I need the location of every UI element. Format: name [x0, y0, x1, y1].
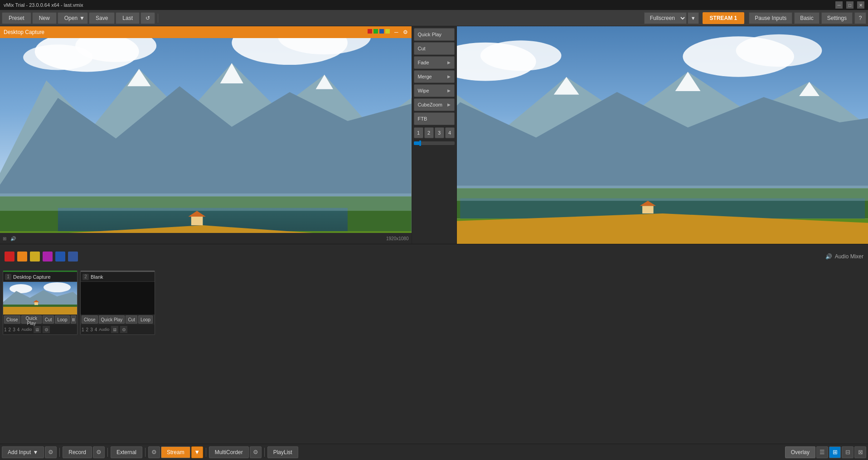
color-button-blue[interactable]: [55, 252, 65, 261]
quick-play-button[interactable]: Quick Play: [414, 28, 455, 41]
card-2-footer-3[interactable]: 3: [90, 327, 93, 332]
card-2-footer-1[interactable]: 1: [82, 327, 84, 332]
preview-header: Desktop Capture ─ ⚙: [0, 26, 412, 38]
wipe-button[interactable]: Wipe ▶: [414, 84, 455, 97]
grid-view-btn[interactable]: ⊞: [829, 446, 841, 458]
card-2-monitor-icon[interactable]: 🖥: [111, 326, 118, 333]
external-button[interactable]: External: [111, 446, 142, 458]
output-panel: Desktop Capture: [457, 26, 868, 244]
large-grid-view-btn[interactable]: ⊠: [854, 446, 866, 458]
preview-panel: Desktop Capture ─ ⚙: [0, 26, 412, 244]
overlay-button[interactable]: Overlay: [785, 446, 815, 458]
middle-section: 🔊 Audio Mixer: [0, 244, 868, 269]
merge-button[interactable]: Merge ▶: [414, 70, 455, 83]
card-2-number: 2: [82, 274, 89, 280]
card-1-loop-btn[interactable]: Loop: [55, 315, 69, 324]
card-2-header: 2 Blank: [81, 272, 155, 282]
cubezoom-arrow-icon: ▶: [447, 102, 451, 107]
new-button[interactable]: New: [32, 12, 57, 24]
card-2-footer-4[interactable]: 4: [95, 327, 97, 332]
bottom-toolbar: Add Input ▼ ⚙ Record ⚙ External ⚙ Stream…: [0, 444, 868, 460]
ftb-button[interactable]: FTB: [414, 112, 455, 125]
svg-point-3: [23, 44, 92, 70]
record-button[interactable]: Record: [63, 446, 92, 458]
trans-num-2[interactable]: 2: [424, 127, 434, 138]
bottom-separator-3: [145, 448, 145, 457]
card-1-title: Desktop Capture: [13, 274, 75, 280]
fade-button[interactable]: Fade ▶: [414, 56, 455, 69]
svg-marker-40: [3, 307, 77, 315]
card-1-footer-2[interactable]: 2: [9, 327, 11, 332]
fullscreen-arrow-btn[interactable]: ▼: [688, 12, 699, 24]
color-button-orange[interactable]: [17, 252, 27, 261]
preview-monitor-icon[interactable]: ⊞: [3, 236, 6, 241]
card-1-header: 1 Desktop Capture: [3, 272, 77, 282]
card-1-quickplay-btn[interactable]: Quick Play: [21, 315, 42, 324]
transition-slider-handle[interactable]: [419, 140, 421, 146]
card-1-close-btn[interactable]: Close: [4, 315, 20, 324]
card-1-settings-icon[interactable]: ⚙: [43, 326, 50, 333]
pause-inputs-button[interactable]: Pause Inputs: [749, 12, 792, 24]
stream1-button[interactable]: STREAM 1: [703, 12, 745, 24]
card-2-close-btn[interactable]: Close: [82, 315, 98, 324]
card-2-quickplay-btn[interactable]: Quick Play: [99, 315, 125, 324]
card-1-footer-3[interactable]: 3: [13, 327, 15, 332]
card-1-cut-btn[interactable]: Cut: [43, 315, 54, 324]
fade-arrow-icon: ▶: [447, 60, 451, 65]
last-button[interactable]: Last: [116, 12, 140, 24]
maximize-button[interactable]: □: [846, 1, 853, 9]
color-button-yellow[interactable]: [30, 252, 40, 261]
card-2-footer-2[interactable]: 2: [86, 327, 89, 332]
small-grid-view-btn[interactable]: ⊟: [842, 446, 853, 458]
settings-button[interactable]: Settings: [821, 12, 853, 24]
basic-button[interactable]: Basic: [794, 12, 819, 24]
help-button[interactable]: ?: [854, 12, 866, 24]
stream-settings-icon[interactable]: ⚙: [148, 446, 160, 458]
app-title: vMix Trial - 23.0.0.64 x64 - last.vmix: [4, 2, 83, 8]
audio-mixer-label: 🔊 Audio Mixer: [825, 253, 863, 260]
color-button-red[interactable]: [5, 252, 15, 261]
card-2-loop-btn[interactable]: Loop: [138, 315, 153, 324]
card-1-footer-1[interactable]: 1: [4, 327, 7, 332]
output-image: [457, 38, 868, 233]
card-1-pause-btn[interactable]: ⏸: [71, 315, 76, 324]
transition-slider[interactable]: [414, 141, 455, 145]
card-2-title: Blank: [91, 274, 153, 280]
trans-num-4[interactable]: 4: [445, 127, 455, 138]
preview-audio-icon[interactable]: 🔊: [10, 236, 16, 241]
cube-zoom-button[interactable]: CubeZoom ▶: [414, 98, 455, 111]
open-arrow-icon: ▼: [79, 15, 85, 21]
svg-rect-41: [34, 302, 38, 305]
preview-area: Desktop Capture ─ ⚙: [0, 26, 868, 244]
card-2-controls: Close Quick Play Cut Loop: [81, 315, 155, 324]
trans-num-3[interactable]: 3: [435, 127, 444, 138]
color-button-purple[interactable]: [43, 252, 53, 261]
open-button[interactable]: Open ▼: [58, 12, 88, 24]
stream-button[interactable]: Stream: [161, 446, 190, 458]
preview-footer-left: ⊞ 🔊: [3, 236, 16, 241]
card-1-monitor-icon[interactable]: 🖥: [34, 326, 41, 333]
settings-preview-icon[interactable]: ⚙: [403, 29, 408, 35]
multicorder-gear-icon[interactable]: ⚙: [250, 446, 262, 458]
card-2-cut-btn[interactable]: Cut: [126, 315, 137, 324]
card-1-audio-label: Audio: [21, 327, 32, 332]
cut-button[interactable]: Cut: [414, 42, 455, 55]
stream-gear-icon[interactable]: ▼: [191, 446, 203, 458]
headphones-button[interactable]: ↺: [141, 12, 155, 24]
trans-num-1[interactable]: 1: [414, 127, 423, 138]
minimize-preview-icon[interactable]: ─: [394, 29, 398, 35]
color-button-navy[interactable]: [68, 252, 78, 261]
minimize-button[interactable]: ─: [835, 1, 843, 9]
close-button[interactable]: ✕: [857, 1, 864, 9]
multicorder-button[interactable]: MultiCorder: [209, 446, 249, 458]
playlist-button[interactable]: PlayList: [267, 446, 298, 458]
fullscreen-select[interactable]: Fullscreen Window: [644, 12, 687, 24]
list-view-btn[interactable]: ☰: [816, 446, 828, 458]
card-1-footer-4[interactable]: 4: [17, 327, 20, 332]
add-input-button[interactable]: Add Input ▼: [2, 446, 44, 458]
record-gear-icon[interactable]: ⚙: [93, 446, 105, 458]
add-input-gear-icon[interactable]: ⚙: [45, 446, 57, 458]
save-button[interactable]: Save: [89, 12, 115, 24]
card-2-settings-icon[interactable]: ⚙: [120, 326, 127, 333]
preset-button[interactable]: Preset: [2, 12, 31, 24]
